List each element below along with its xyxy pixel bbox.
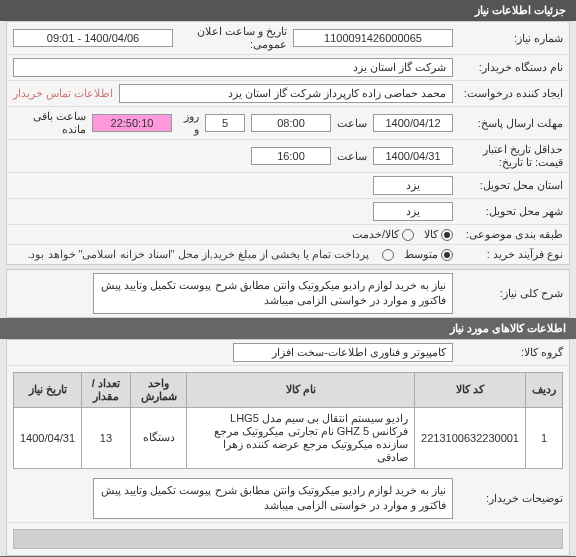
price-valid-date: 1400/04/31 bbox=[373, 147, 453, 165]
requester-label: ایجاد کننده درخواست: bbox=[453, 87, 563, 100]
announce-label: تاریخ و ساعت اعلان عمومی: bbox=[179, 25, 287, 51]
buyer-notes-text: نیاز به خرید لوازم رادیو میکروتیک وانتن … bbox=[93, 478, 453, 519]
radio-medium-label: متوسط bbox=[404, 248, 438, 261]
spacer-bar bbox=[13, 529, 563, 549]
need-desc-text: نیاز به خرید لوازم رادیو میکروتیک وانتن … bbox=[93, 273, 453, 314]
cell-date: 1400/04/31 bbox=[14, 407, 82, 468]
deadline-time: 08:00 bbox=[251, 114, 331, 132]
need-desc-label: شرح کلی نیاز: bbox=[453, 287, 563, 300]
deadline-date: 1400/04/12 bbox=[373, 114, 453, 132]
deadline-label: مهلت ارسال پاسخ: bbox=[453, 117, 563, 130]
contact-link[interactable]: اطلاعات تماس خریدار bbox=[13, 87, 113, 100]
th-date: تاریخ نیاز bbox=[14, 372, 82, 407]
th-code: کد کالا bbox=[415, 372, 526, 407]
cell-unit: دستگاه bbox=[130, 407, 186, 468]
radio-service-label: کالا/خدمت bbox=[352, 228, 399, 241]
basic-info-section: شماره نیاز: 1100091426000065 تاریخ و ساع… bbox=[6, 21, 570, 265]
requester-value: محمد حماصی زاده کارپرداز شرکت گاز استان … bbox=[119, 84, 453, 103]
radio-partial[interactable]: پرداخت تمام یا بخشی از مبلغ خرید,از محل … bbox=[27, 248, 394, 261]
table-header-row: ردیف کد کالا نام کالا واحد شمارش تعداد /… bbox=[14, 372, 563, 407]
days-suffix: روز و bbox=[178, 110, 199, 136]
announce-value: 1400/04/06 - 09:01 bbox=[13, 29, 173, 47]
th-qty: تعداد / مقدار bbox=[82, 372, 131, 407]
radio-dot-icon bbox=[441, 249, 453, 261]
th-name: نام کالا bbox=[187, 372, 415, 407]
radio-dot-icon bbox=[402, 229, 414, 241]
radio-goods[interactable]: کالا bbox=[424, 228, 453, 241]
buyer-org-label: نام دستگاه خریدار: bbox=[453, 61, 563, 74]
radio-medium[interactable]: متوسط bbox=[404, 248, 453, 261]
cell-code: 2213100632230001 bbox=[415, 407, 526, 468]
table-row: 1 2213100632230001 رادیو سیستم انتقال بی… bbox=[14, 407, 563, 468]
delivery-province-label: استان محل تحویل: bbox=[453, 179, 563, 192]
cell-idx: 1 bbox=[526, 407, 563, 468]
need-number-label: شماره نیاز: bbox=[453, 32, 563, 45]
days-count: 5 bbox=[205, 114, 245, 132]
price-valid-time: 16:00 bbox=[251, 147, 331, 165]
delivery-city: یزد bbox=[373, 202, 453, 221]
page-title: جزئیات اطلاعات نیاز bbox=[0, 0, 576, 21]
items-section: گروه کالا: کامپیوتر و فناوری اطلاعات-سخت… bbox=[6, 339, 570, 556]
radio-goods-label: کالا bbox=[424, 228, 438, 241]
radio-dot-icon bbox=[382, 249, 394, 261]
cell-qty: 13 bbox=[82, 407, 131, 468]
price-valid-label: حداقل تاریخ اعتبار قیمت: تا تاریخ: bbox=[453, 143, 563, 169]
radio-service[interactable]: کالا/خدمت bbox=[352, 228, 414, 241]
goods-group-label: گروه کالا: bbox=[453, 346, 563, 359]
buyer-notes-label: توضیحات خریدار: bbox=[453, 492, 563, 505]
buyer-org: شرکت گاز استان یزد bbox=[13, 58, 453, 77]
items-header: اطلاعات کالاهای مورد نیاز bbox=[0, 318, 576, 339]
hour-label-1: ساعت bbox=[337, 117, 367, 130]
budget-class-label: طبقه بندی موضوعی: bbox=[453, 228, 563, 241]
th-unit: واحد شمارش bbox=[130, 372, 186, 407]
items-table: ردیف کد کالا نام کالا واحد شمارش تعداد /… bbox=[13, 372, 563, 469]
hour-label-2: ساعت bbox=[337, 150, 367, 163]
delivery-province: یزد bbox=[373, 176, 453, 195]
cell-name: رادیو سیستم انتقال بی سیم مدل LHG5 فرکان… bbox=[187, 407, 415, 468]
need-desc-section: شرح کلی نیاز: نیاز به خرید لوازم رادیو م… bbox=[6, 269, 570, 318]
th-idx: ردیف bbox=[526, 372, 563, 407]
goods-group: کامپیوتر و فناوری اطلاعات-سخت افزار bbox=[233, 343, 453, 362]
purchase-type-label: نوع فرآیند خرید : bbox=[453, 248, 563, 261]
radio-dot-icon bbox=[441, 229, 453, 241]
need-number: 1100091426000065 bbox=[293, 29, 453, 47]
radio-partial-label: پرداخت تمام یا بخشی از مبلغ خرید,از محل … bbox=[27, 248, 369, 261]
countdown: 22:50:10 bbox=[92, 114, 172, 132]
countdown-suffix: ساعت باقی مانده bbox=[13, 110, 86, 136]
delivery-city-label: شهر محل تحویل: bbox=[453, 205, 563, 218]
